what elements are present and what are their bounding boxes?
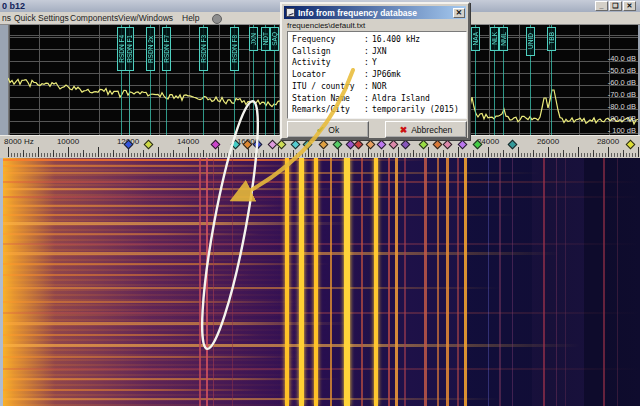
menu-item-view-windows[interactable]: View/Windows [118,13,173,24]
db-label: -90.0 dB [582,114,636,123]
waterfall-signal-line [464,158,467,406]
close-button[interactable]: ✕ [623,1,636,11]
station-label-rsdn-2x[interactable]: RSDN 2x [146,27,155,71]
menu-item-quick-settings[interactable]: Quick Settings [14,13,69,24]
db-label: -40.0 dB [582,54,636,63]
waterfall-signal-line [232,158,233,406]
waterfall-noise-streak [0,344,580,347]
menu-item-ns[interactable]: ns [2,13,11,24]
info-row-locator: Locator:JP66mk [292,69,466,81]
window-title: 0 b12 [2,1,25,11]
freq-label-14000: 14000 [177,137,199,146]
ok-button[interactable]: ✔ Ok [287,121,369,138]
waterfall-signal-line [424,158,427,406]
waterfall-signal-line [603,158,605,406]
station-label-jxn[interactable]: JXN [249,27,258,51]
waterfall-signal-line [512,158,513,406]
waterfall-signal-line [457,158,459,406]
db-label: -60.0 dB [582,78,636,87]
info-row-activity: Activity:Y [292,57,466,69]
waterfall-signal-line [128,158,130,406]
waterfall-signal-line [330,158,332,406]
station-label-nlk[interactable]: NLK [490,27,499,51]
waterfall-signal-line [150,158,152,406]
waterfall-signal-line [344,158,350,406]
waterfall-signal-line [314,158,318,406]
waterfall-signal-line [617,158,618,406]
waterfall-signal-line [565,158,566,406]
waterfall-display[interactable] [0,158,640,406]
minimize-button[interactable]: _ [595,1,608,11]
station-label-saq[interactable]: SAQ [270,27,279,51]
waterfall-signal-line [206,158,208,406]
waterfall-signal-line [105,158,106,406]
waterfall-noise-streak [0,334,260,336]
db-label: -50.0 dB [582,66,636,75]
waterfall-noise-streak [0,252,560,255]
info-row-callsign: Callsign:JXN [292,46,466,58]
waterfall-signal-line [404,158,406,406]
waterfall-noise-streak [0,205,290,207]
station-label-naa[interactable]: NAA [471,27,480,51]
waterfall-noise-streak [0,263,330,265]
check-icon: ✔ [317,125,325,135]
db-label: - 100 dB [582,126,636,135]
window-left-border [0,158,3,406]
waterfall-signal-line [285,158,289,406]
station-label-tbb[interactable]: TBB [547,27,556,51]
waterfall-signal-line [556,158,557,406]
dialog-icon [286,8,295,17]
waterfall-signal-line [437,158,439,406]
waterfall-signal-line [499,158,501,406]
menu-item-components[interactable]: Components [70,13,118,24]
waterfall-signal-line [388,158,390,406]
dialog-title: Info from frequency database [298,8,417,18]
info-row-itu-country: ITU / country:NOR [292,81,466,93]
menu-item-help[interactable]: Help [182,13,199,24]
waterfall-signal-line [173,158,174,406]
db-label: -70.0 dB [582,90,636,99]
freq-label-8000-hz: 8000 Hz [4,137,34,146]
waterfall-signal-line [213,158,214,406]
station-label-rsdn-f8[interactable]: RSDN F8 [230,27,239,71]
window-controls: _❏✕ [595,1,636,11]
waterfall-noise-streak [0,172,540,174]
station-label-rsdn-f7[interactable]: RSDN F7 [162,27,171,71]
spectrum-lab-window: 0 b12 _❏✕ nsQuick SettingsComponentsView… [0,0,640,406]
waterfall-noise-streak [0,214,520,216]
waterfall-signal-line [488,158,489,406]
waterfall-noise-streak [0,222,350,225]
dialog-title-bar[interactable]: Info from frequency database ✕ [284,6,466,19]
waterfall-signal-line [199,158,201,406]
waterfall-noise-streak [0,159,430,161]
station-label-rsdn-f1[interactable]: RSDN F1 [125,27,134,71]
waterfall-noise-streak [0,389,260,391]
x-icon: ✖ [400,125,408,135]
dialog-close-icon[interactable]: ✕ [453,8,465,18]
record-indicator-icon[interactable] [212,14,222,24]
waterfall-noise-streak [0,188,340,190]
station-label-unid[interactable]: UNID [526,27,535,56]
waterfall-signal-line [543,158,545,406]
frequency-info-dialog: Info from frequency database ✕ frequenci… [280,2,470,140]
waterfall-signal-line [374,158,378,406]
station-info-box: Frequency:16.400 kHzCallsign:JXNActivity… [287,31,467,119]
waterfall-signal-line [299,158,304,406]
waterfall-signal-line [361,158,363,406]
restore-button[interactable]: ❏ [609,1,622,11]
waterfall-signal-line [446,158,449,406]
db-label: -80.0 dB [582,102,636,111]
station-label-nml[interactable]: NML [499,27,508,51]
cancel-button[interactable]: ✖ Abbrechen [385,121,467,138]
frequency-file-label: frequencies\default.txt [287,21,365,30]
waterfall-noise-streak [0,378,340,380]
waterfall-noise-streak [0,233,260,235]
freq-label-10000: 10000 [57,137,79,146]
info-row-frequency: Frequency:16.400 kHz [292,34,466,46]
freq-label-28000: 28000 [597,137,619,146]
waterfall-noise-streak [0,322,350,325]
station-label-rsdn-f3[interactable]: RSDN F3 [199,27,208,71]
freq-label-26000: 26000 [537,137,559,146]
station-label-ndt[interactable]: NDT [261,27,270,51]
waterfall-signal-line [395,158,398,406]
